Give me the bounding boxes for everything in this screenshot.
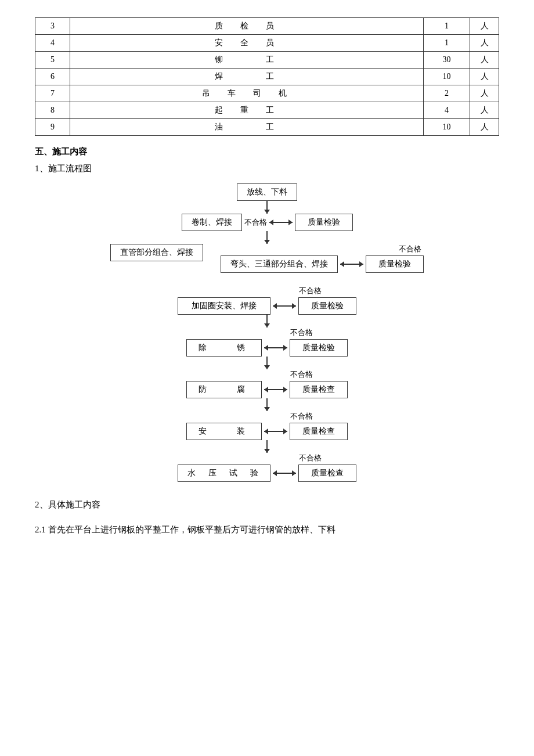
- step2-row: 卷制、焊接 不合格 质量检验: [182, 214, 353, 231]
- step7-unqualified: 不合格: [290, 411, 313, 422]
- step8-check-box: 质量检查: [298, 465, 356, 482]
- step5-main-box: 除 锈: [186, 339, 262, 357]
- step4-unqualified: 不合格: [299, 286, 322, 296]
- row-number: 7: [35, 85, 70, 102]
- row-count: 30: [424, 52, 470, 69]
- step3a-branch: 直管部分组合、焊接: [110, 244, 203, 261]
- step3b-row: 弯头、三通部分组合、焊接 质量检验: [221, 255, 424, 273]
- step6-main-box: 防 腐: [186, 381, 262, 398]
- step4-arrow: [273, 305, 296, 307]
- row-unit: 人: [470, 18, 499, 35]
- row-number: 4: [35, 35, 70, 52]
- row-unit: 人: [470, 35, 499, 52]
- step3a-box: 直管部分组合、焊接: [110, 244, 203, 261]
- table-row: 4安 全 员1人: [35, 35, 499, 52]
- flow-step1: 放线、下料: [237, 183, 297, 214]
- step2-arrow: 不合格: [244, 217, 293, 228]
- step7-check-box: 质量检查: [290, 423, 348, 440]
- step2-main-box: 卷制、焊接: [182, 214, 242, 231]
- step6-unqualified: 不合格: [290, 369, 313, 380]
- table-row: 9油 工10人: [35, 119, 499, 136]
- step4-check-box: 质量检验: [298, 297, 356, 315]
- row-role: 安 全 员: [70, 35, 424, 52]
- step8-main-box: 水 压 试 验: [178, 465, 270, 482]
- step6-arrow: [264, 389, 287, 390]
- step3-unqualified: 不合格: [399, 244, 421, 254]
- flow-step2: 卷制、焊接 不合格 质量检验: [182, 214, 353, 244]
- row-number: 3: [35, 18, 70, 35]
- step6-check-box: 质量检查: [290, 381, 348, 398]
- row-unit: 人: [470, 69, 499, 85]
- row-count: 4: [424, 102, 470, 119]
- row-number: 9: [35, 119, 70, 136]
- step5-unqualified: 不合格: [290, 327, 313, 338]
- row-unit: 人: [470, 119, 499, 136]
- step4-main-box: 加固圈安装、焊接: [178, 297, 270, 315]
- step4-row: 加固圈安装、焊接 质量检验: [178, 297, 356, 315]
- table-row: 3质 检 员1人: [35, 18, 499, 35]
- flow-step5: 不合格 除 锈 质量检验: [186, 327, 348, 369]
- bottom-paragraph: 2.1 首先在平台上进行钢板的平整工作，钢板平整后方可进行钢管的放样、下料: [35, 522, 499, 538]
- row-role: 质 检 员: [70, 18, 424, 35]
- row-number: 8: [35, 102, 70, 119]
- step3-parallel: 直管部分组合、焊接 不合格 弯头、三通部分组合、焊接 质量检验: [35, 244, 499, 273]
- row-count: 1: [424, 35, 470, 52]
- step6-row: 防 腐 质量检查: [186, 381, 348, 398]
- step5-check-box: 质量检验: [290, 339, 348, 357]
- step8-arrow: [273, 473, 296, 474]
- flowchart: 放线、下料 卷制、焊接 不合格 质量检验 直管部分组合、焊接 不合格: [35, 183, 499, 482]
- flow-step4: 不合格 加固圈安装、焊接 质量检验: [178, 286, 356, 327]
- sub-heading-2: 2、具体施工内容: [35, 499, 499, 510]
- row-unit: 人: [470, 52, 499, 69]
- step3b-box: 弯头、三通部分组合、焊接: [221, 255, 338, 273]
- row-role: 油 工: [70, 119, 424, 136]
- row-role: 焊 工: [70, 69, 424, 85]
- step5-row: 除 锈 质量检验: [186, 339, 348, 357]
- row-count: 2: [424, 85, 470, 102]
- row-count: 1: [424, 18, 470, 35]
- step5-arrow: [264, 347, 287, 348]
- workers-table: 3质 检 员1人4安 全 员1人5铆 工30人6焊 工10人7吊 车 司 机2人…: [35, 17, 499, 136]
- table-row: 6焊 工10人: [35, 69, 499, 85]
- row-number: 5: [35, 52, 70, 69]
- step2-check-box: 质量检验: [295, 214, 353, 231]
- flow-step8: 不合格 水 压 试 验 质量检查: [178, 453, 356, 482]
- row-role: 起 重 工: [70, 102, 424, 119]
- flow-step7: 不合格 安 装 质量检查: [186, 411, 348, 453]
- step3b-branch: 不合格 弯头、三通部分组合、焊接 质量检验: [221, 244, 424, 273]
- row-unit: 人: [470, 102, 499, 119]
- table-row: 5铆 工30人: [35, 52, 499, 69]
- row-count: 10: [424, 119, 470, 136]
- step8-unqualified: 不合格: [299, 453, 322, 463]
- flow-step6: 不合格 防 腐 质量检查: [186, 369, 348, 411]
- row-role: 铆 工: [70, 52, 424, 69]
- step7-row: 安 装 质量检查: [186, 423, 348, 440]
- step7-main-box: 安 装: [186, 423, 262, 440]
- sub-heading-1: 1、施工流程图: [35, 163, 499, 174]
- step3-check-box: 质量检验: [366, 255, 424, 273]
- table-row: 7吊 车 司 机2人: [35, 85, 499, 102]
- step7-arrow: [264, 431, 287, 432]
- row-unit: 人: [470, 85, 499, 102]
- row-role: 吊 车 司 机: [70, 85, 424, 102]
- step1-box: 放线、下料: [237, 183, 297, 201]
- step8-row: 水 压 试 验 质量检查: [178, 465, 356, 482]
- row-number: 6: [35, 69, 70, 85]
- section-5-heading: 五、施工内容: [35, 146, 499, 157]
- table-row: 8起 重 工4人: [35, 102, 499, 119]
- step3b-arrow: [340, 264, 363, 265]
- row-count: 10: [424, 69, 470, 85]
- step2-unqualified: 不合格: [244, 217, 267, 228]
